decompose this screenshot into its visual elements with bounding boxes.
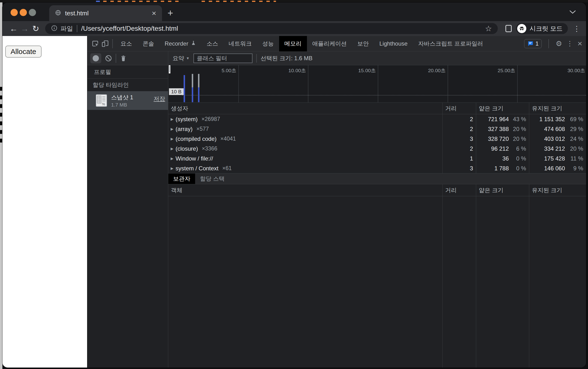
settings-gear-icon[interactable]: ⚙ <box>556 39 562 48</box>
device-toolbar-icon[interactable] <box>100 39 110 49</box>
traffic-light-zoom-button[interactable] <box>29 9 36 16</box>
allocate-button[interactable]: Allocate <box>5 46 41 58</box>
toolbar-separator <box>112 39 113 48</box>
column-distance[interactable]: 거리 <box>442 184 476 196</box>
heap-table-row[interactable]: ▶ (array) ×577 2 327 388 20 % <box>168 124 586 134</box>
tab-elements[interactable]: 요소 <box>115 36 137 51</box>
profile-controls <box>87 51 168 65</box>
traffic-light-minimize-button[interactable] <box>20 9 27 16</box>
devtools-close-icon[interactable]: × <box>578 39 582 48</box>
class-filter-input[interactable] <box>194 53 252 63</box>
tab-network[interactable]: 네트워크 <box>223 36 257 51</box>
window-content: Allocate <box>2 36 586 368</box>
size-gridline <box>182 95 586 95</box>
memory-toolbar: 요약 ▼ 선택된 크기: 1.6 MB <box>87 51 586 65</box>
traffic-light-close-button[interactable] <box>10 9 18 16</box>
timeline-selection-handle[interactable] <box>169 65 170 73</box>
tab-allocation-stack[interactable]: 할당 스택 <box>195 174 229 184</box>
profiles-sidebar: 프로필 할당 타임라인 % 스냅샷 1 <box>87 65 168 368</box>
heap-table-row[interactable]: ▶ system / Context ×61 3 1 788 0 % <box>168 163 586 173</box>
tab-memory[interactable]: 메모리 <box>279 36 307 51</box>
address-bar[interactable]: 파일 /Users/yceffort/Desktop/test.html ☆ <box>45 23 498 34</box>
devtools-menu-icon[interactable]: ⋮ <box>567 40 573 48</box>
row-expand-icon[interactable]: ▶ <box>171 127 174 131</box>
forward-button[interactable]: → <box>19 24 30 33</box>
column-shallow-size[interactable]: 얕은 크기 <box>476 103 529 114</box>
column-distance[interactable]: 거리 <box>442 103 476 114</box>
retained-size-cell: 474 608 29 % <box>529 124 586 134</box>
retained-size-value: 1 151 352 <box>529 116 565 123</box>
retained-size-cell: 146 060 9 % <box>529 163 586 173</box>
delete-profile-icon[interactable] <box>119 53 128 63</box>
tab-performance[interactable]: 성능 <box>257 36 279 51</box>
retained-size-percent: 9 % <box>565 165 583 172</box>
heap-view: 5.00초10.00초15.00초20.00초25.00초30.00초 10 B… <box>168 65 586 368</box>
shallow-size-percent: 20 % <box>509 135 526 142</box>
tab-security[interactable]: 보안 <box>352 36 374 51</box>
heap-table-row[interactable]: ▶ (closure) ×3366 2 96 212 6 % <box>168 144 586 154</box>
svg-text:%: % <box>102 102 105 106</box>
back-button[interactable]: ← <box>8 24 19 33</box>
row-expand-icon[interactable]: ▶ <box>171 166 174 171</box>
allocation-timelines-section[interactable]: 할당 타임라인 <box>87 79 168 91</box>
column-retained-size[interactable]: 유지된 크기 <box>529 184 586 196</box>
timeline-tick-label: 15.00초 <box>328 67 376 74</box>
bookmark-star-icon[interactable]: ☆ <box>485 24 492 33</box>
constructor-name: Window / file:// <box>176 155 213 162</box>
issues-counter[interactable]: 1 <box>524 39 542 48</box>
record-button[interactable] <box>90 53 101 63</box>
column-object[interactable]: 객체 <box>168 184 442 196</box>
row-expand-icon[interactable]: ▶ <box>171 117 174 121</box>
new-tab-button[interactable]: + <box>167 8 173 19</box>
instance-count: ×26987 <box>202 116 220 122</box>
retained-size-cell: 403 012 24 % <box>529 134 586 144</box>
distance-value: 1 <box>442 154 476 163</box>
snapshot-meta: 스냅샷 1 1.7 MB <box>111 93 133 108</box>
heap-table-row[interactable]: ▶ (compiled code) ×4041 3 328 720 20 % <box>168 134 586 144</box>
clear-profiles-icon[interactable] <box>104 53 113 63</box>
info-icon[interactable] <box>51 25 58 32</box>
side-panel-icon[interactable] <box>505 25 512 32</box>
column-retained-size[interactable]: 유지된 크기 <box>529 103 586 114</box>
heap-table-row[interactable]: ▶ (system) ×26987 2 721 964 43 % <box>168 114 586 124</box>
shallow-size-cell: 96 212 6 % <box>476 144 529 154</box>
browser-toolbar: ← → ↻ 파일 /Users/yceffort/Desktop/test.ht… <box>2 21 586 36</box>
shallow-size-percent: 43 % <box>509 116 526 123</box>
tab-retainers[interactable]: 보관자 <box>168 174 195 184</box>
heap-table-row[interactable]: ▶ Window / file:// 1 36 0 % <box>168 154 586 163</box>
tab-sources[interactable]: 소스 <box>201 36 223 51</box>
tab-recorder[interactable]: Recorder <box>159 36 201 51</box>
retainers-tabbar: 보관자 할당 스택 <box>168 173 586 184</box>
snapshot-item[interactable]: % 스냅샷 1 1.7 MB 저장 <box>87 91 168 110</box>
inspect-element-icon[interactable] <box>91 39 100 49</box>
timeline-gridline <box>238 65 239 102</box>
tab-lighthouse[interactable]: Lighthouse <box>374 36 413 51</box>
tab-search-chevron-icon[interactable] <box>569 10 576 15</box>
row-expand-icon[interactable]: ▶ <box>171 156 174 161</box>
distance-value: 2 <box>442 144 476 154</box>
row-expand-icon[interactable]: ▶ <box>171 147 174 151</box>
column-shallow-size[interactable]: 얕은 크기 <box>476 184 529 196</box>
row-expand-icon[interactable]: ▶ <box>171 137 174 141</box>
save-snapshot-link[interactable]: 저장 <box>154 95 165 103</box>
reload-button[interactable]: ↻ <box>30 24 41 33</box>
background-top-marks <box>202 1 276 2</box>
url-text: /Users/yceffort/Desktop/test.html <box>81 25 482 32</box>
browser-menu-icon[interactable]: ⋮ <box>573 24 580 33</box>
instance-count: ×577 <box>196 126 209 132</box>
tab-application[interactable]: 애플리케이션 <box>307 36 352 51</box>
tab-js-profiler[interactable]: 자바스크립트 프로파일러 <box>413 36 488 51</box>
column-constructor[interactable]: 생성자 <box>168 103 442 114</box>
tab-close-icon[interactable]: × <box>152 9 156 17</box>
background-top-mark-blue <box>96 1 100 2</box>
tab-console[interactable]: 콘솔 <box>137 36 159 51</box>
selected-size-label: 선택된 크기: 1.6 MB <box>261 54 312 62</box>
snapshot-name: 스냅샷 1 <box>111 93 133 101</box>
instance-count: ×3366 <box>202 145 217 152</box>
allocation-timeline-chart[interactable]: 5.00초10.00초15.00초20.00초25.00초30.00초 10 B <box>168 65 586 103</box>
perspective-select[interactable]: 요약 ▼ <box>173 54 190 62</box>
globe-icon <box>55 10 61 17</box>
browser-tab[interactable]: test.html × <box>49 5 162 21</box>
retained-size-value: 474 608 <box>529 126 565 133</box>
view-controls: 요약 ▼ 선택된 크기: 1.6 MB <box>168 51 586 65</box>
